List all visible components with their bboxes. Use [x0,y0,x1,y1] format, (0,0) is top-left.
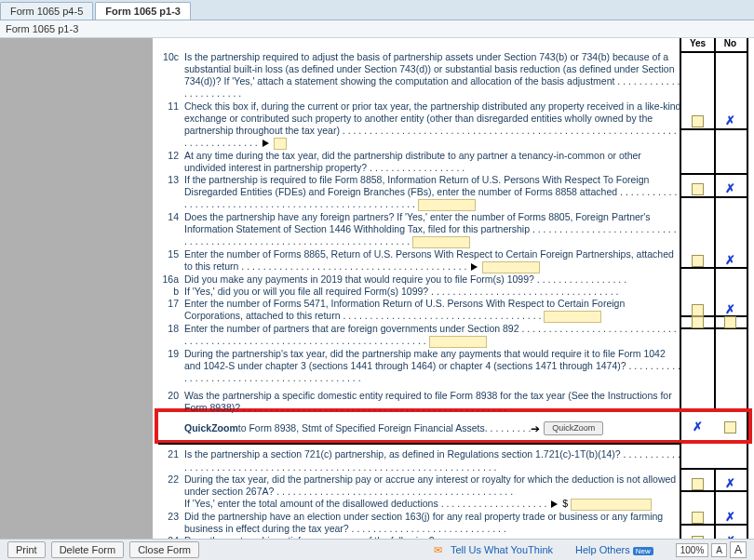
quickzoom-label-bold: QuickZoom [184,422,238,434]
quickzoom-button[interactable]: QuickZoom [544,421,603,435]
checkbox-14-yes[interactable] [692,255,704,267]
text-18: Enter the number of partners that are fo… [184,323,681,348]
text-20: Was the partnership a specific domestic … [184,390,681,414]
section-divider [158,443,681,445]
yes-no-columns: Yes No ✗ ✗ ✗ [680,38,748,539]
row-20: 20 Was the partnership a specific domest… [158,390,681,414]
text-13: If the partnership is required to file F… [184,174,681,211]
mark-20-yes: ✗ [692,421,703,432]
column-header-yes: Yes [681,38,714,51]
num-16b: b [158,286,184,298]
zoom-controls: 100% A A [676,541,747,558]
num-13: 13 [158,174,184,211]
question-rows: 10c Is the partnership required to adjus… [158,38,681,539]
num-21: 21 [158,448,184,473]
row-10c: 10c Is the partnership required to adjus… [158,51,681,100]
footer-bar: Print Delete Form Close Form ✉ Tell Us W… [0,539,754,560]
field-13[interactable] [418,199,476,211]
text-15: Enter the number of Forms 8865, Return o… [184,248,681,273]
row-17: 17 Enter the number of Forms 5471, Infor… [158,298,681,323]
num-19: 19 [158,348,184,384]
tab-form-1065-p4-5[interactable]: Form 1065 p4-5 [0,2,93,20]
text-14: Does the partnership have any foreign pa… [184,211,681,248]
field-15[interactable] [482,261,540,273]
help-others-link[interactable]: Help OthersNew [575,544,653,555]
text-17: Enter the number of Forms 5471, Informat… [184,298,681,323]
left-gutter [0,38,153,539]
checkbox-16b-yes[interactable] [692,316,704,328]
row-24: 24 Does the partnership satisfy one or m… [158,535,681,539]
font-size-a-large[interactable]: A [730,541,747,558]
text-24: Does the partnership satisfy one or more… [184,535,681,539]
num-23: 23 [158,511,184,535]
arrow-icon [263,140,269,147]
row-16b: b If 'Yes,' did you or will you file all… [158,286,681,298]
print-button[interactable]: Print [7,541,46,558]
mark-16a-no: ✗ [724,304,735,314]
envelope-icon: ✉ [434,544,442,556]
arrow-icon [471,263,478,271]
checkbox-10c-yes[interactable] [692,115,704,127]
row-23: 23 Did the partnership have an election … [158,511,681,535]
text-16a: Did you make any payments in 2019 that w… [184,273,681,286]
checkbox-20-no[interactable] [724,421,736,433]
checkbox-16b-no[interactable] [724,316,736,328]
num-11: 11 [158,100,184,150]
field-17[interactable] [544,311,601,323]
tab-form-1065-p1-3[interactable]: Form 1065 p1-3 [95,2,191,20]
num-18: 18 [158,323,184,348]
text-10c: Is the partnership required to adjust th… [184,51,681,100]
field-14[interactable] [412,236,470,248]
row-22: 22 During the tax year, did the partners… [158,473,681,511]
checkbox-12-yes[interactable] [692,183,704,195]
text-16b: If 'Yes,' did you or will you file all r… [184,286,681,298]
row-11: 11 Check this box if, during the current… [158,100,681,150]
arrow-icon: ➔ [531,422,540,436]
text-12: At any time during the tax year, did the… [184,150,681,174]
delete-form-button[interactable]: Delete Form [51,541,125,558]
text-22: During the tax year, did the partnership… [184,473,681,511]
num-10c: 10c [158,51,184,100]
num-24: 24 [158,535,184,539]
mark-21-no: ✗ [724,478,735,488]
num-22: 22 [158,473,184,511]
row-15: 15 Enter the number of Forms 8865, Retur… [158,248,681,273]
row-13: 13 If the partnership is required to fil… [158,174,681,211]
text-19: During the partnership's tax year, did t… [184,348,681,384]
checkbox-22-yes[interactable] [692,512,704,524]
num-20: 20 [158,390,184,414]
num-14: 14 [158,211,184,248]
mark-10c-no: ✗ [724,115,735,126]
checkbox-16a-yes[interactable] [692,304,704,316]
field-11[interactable] [274,138,287,150]
row-18: 18 Enter the number of partners that are… [158,323,681,348]
form-page: Yes No ✗ ✗ ✗ [153,38,754,539]
row-21: 21 Is the partnership a section 721(c) p… [158,448,681,473]
tell-us-link[interactable]: Tell Us What YouThink [451,544,553,555]
new-badge: New [633,547,653,555]
field-18[interactable] [429,336,487,348]
num-15: 15 [158,248,184,273]
text-23: Did the partnership have an election und… [184,511,681,535]
work-area: Yes No ✗ ✗ ✗ [0,38,754,539]
row-12: 12 At any time during the tax year, did … [158,150,681,174]
mark-22-no: ✗ [724,512,735,522]
document-tabs: Form 1065 p4-5 Form 1065 p1-3 [0,0,754,20]
subtab-label: Form 1065 p1-3 [6,23,78,34]
zoom-value[interactable]: 100% [676,543,709,557]
num-16a: 16a [158,273,184,286]
font-size-a[interactable]: A [711,543,727,557]
text-21: Is the partnership a section 721(c) part… [184,448,681,473]
row-19: 19 During the partnership's tax year, di… [158,348,681,384]
num-17: 17 [158,298,184,323]
field-22-amount[interactable] [571,499,652,511]
text-11: Check this box if, during the current or… [184,100,681,150]
mark-14-no: ✗ [724,255,735,265]
quickzoom-label-rest: to Form 8938, Stmt of Specified Foreign … [238,422,485,434]
subtab-bar: Form 1065 p1-3 [0,20,754,38]
row-14: 14 Does the partnership have any foreign… [158,211,681,248]
checkbox-21-yes[interactable] [692,478,704,490]
close-form-button[interactable]: Close Form [129,541,199,558]
mark-12-no: ✗ [724,183,735,193]
checkbox-23-yes[interactable] [692,536,704,539]
